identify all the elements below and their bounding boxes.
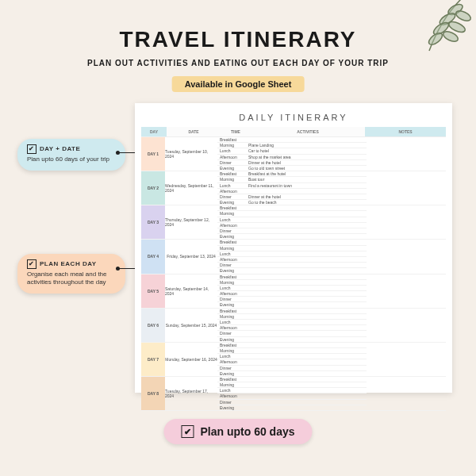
table-row: DAY 8Tuesday, September 17, 2024Breakfas… bbox=[141, 377, 446, 411]
check-icon: ✔ bbox=[27, 259, 36, 269]
activity-cells bbox=[246, 377, 367, 411]
time-cells: BreakfastMorningLunchAfternoonDinnerEven… bbox=[217, 274, 246, 309]
notes-cell bbox=[367, 343, 446, 377]
svg-point-4 bbox=[455, 9, 472, 23]
callout-plan-each-day: ✔PLAN EACH DAY Organise each meal and th… bbox=[17, 254, 125, 294]
sheet-title: DAILY ITINERARY bbox=[141, 109, 446, 127]
activity-cells bbox=[246, 240, 367, 274]
callout-heading: PLAN EACH DAY bbox=[40, 260, 97, 268]
page-subtitle: PLAN OUT ACTIVITIES AND EATING OUT EACH … bbox=[0, 59, 476, 67]
date-cell: Friday, September 13, 2024 bbox=[165, 240, 217, 274]
day-cell: DAY 2 bbox=[141, 171, 165, 205]
day-cell: DAY 4 bbox=[141, 240, 165, 274]
activity-cells: Plane LandingCar to hotelShop at the mar… bbox=[246, 137, 367, 171]
check-icon: ✔ bbox=[181, 425, 194, 438]
plan-60-days-pill: ✔ Plan upto 60 days bbox=[163, 419, 312, 444]
page-title: TRAVEL ITINERARY bbox=[0, 27, 476, 52]
callout-day-date: ✔DAY + DATE Plan upto 60 days of your tr… bbox=[17, 139, 125, 171]
col-day: DAY bbox=[141, 127, 167, 137]
date-cell: Wednesday, September 11, 2024 bbox=[165, 171, 217, 205]
callout-text: Plan upto 60 days of your trip bbox=[27, 155, 116, 163]
date-cell: Saturday, September 14, 2024 bbox=[165, 274, 217, 309]
date-cell: Thursday, September 12, 2024 bbox=[165, 205, 217, 240]
day-cell: DAY 6 bbox=[141, 309, 165, 343]
notes-cell bbox=[367, 240, 446, 274]
leader-dot bbox=[116, 151, 120, 155]
time-cells: BreakfastMorningLunchAfternoonDinnerEven… bbox=[217, 240, 246, 274]
time-cells: BreakfastMorningLunchAfternoonDinnerEven… bbox=[217, 171, 246, 205]
table-row: DAY 6Sunday, September 15, 2024Breakfast… bbox=[141, 309, 446, 343]
activity-cells bbox=[246, 205, 367, 240]
col-date: DATE bbox=[167, 127, 221, 137]
notes-cell bbox=[367, 274, 446, 309]
table-row: DAY 2Wednesday, September 11, 2024Breakf… bbox=[141, 171, 446, 205]
date-cell: Sunday, September 15, 2024 bbox=[165, 309, 217, 343]
day-cell: DAY 8 bbox=[141, 377, 165, 411]
date-cell: Tuesday, September 10, 2024 bbox=[165, 137, 217, 171]
day-cell: DAY 3 bbox=[141, 205, 165, 240]
table-row: DAY 4Friday, September 13, 2024Breakfast… bbox=[141, 240, 446, 274]
table-row: DAY 7Monday, September 16, 2024Breakfast… bbox=[141, 343, 446, 377]
notes-cell bbox=[367, 205, 446, 240]
callout-text: Organise each meal and the activities th… bbox=[27, 271, 116, 286]
activity-cells bbox=[246, 309, 367, 343]
table-row: DAY 1Tuesday, September 10, 2024Breakfas… bbox=[141, 137, 446, 171]
notes-cell bbox=[367, 171, 446, 205]
day-cell: DAY 5 bbox=[141, 274, 165, 309]
leader-dot bbox=[116, 267, 120, 271]
activity-cells bbox=[246, 343, 367, 377]
time-cells: BreakfastMorningLunchAfternoonDinnerEven… bbox=[217, 137, 246, 171]
notes-cell bbox=[367, 137, 446, 171]
table-row: DAY 3Thursday, September 12, 2024Breakfa… bbox=[141, 205, 446, 240]
google-sheet-badge: Available in Google Sheet bbox=[172, 76, 305, 92]
table-header: DAY DATE TIME ACTIVITIES NOTES bbox=[141, 127, 446, 137]
check-icon: ✔ bbox=[27, 144, 36, 154]
table-row: DAY 5Saturday, September 14, 2024Breakfa… bbox=[141, 274, 446, 309]
col-notes: NOTES bbox=[365, 127, 446, 137]
pill-label: Plan upto 60 days bbox=[200, 425, 294, 438]
date-cell: Monday, September 16, 2024 bbox=[165, 343, 217, 377]
callout-heading: DAY + DATE bbox=[40, 145, 80, 153]
col-time: TIME bbox=[221, 127, 251, 137]
spreadsheet-preview: DAILY ITINERARY DAY DATE TIME ACTIVITIES… bbox=[135, 103, 452, 393]
time-cells: BreakfastMorningLunchAfternoonDinnerEven… bbox=[217, 343, 246, 377]
time-cells: BreakfastMorningLunchAfternoonDinnerEven… bbox=[217, 205, 246, 240]
activity-cells: Breakfast at the hotelBoat tourFind a re… bbox=[246, 171, 367, 205]
activity-cells bbox=[246, 274, 367, 309]
notes-cell bbox=[367, 309, 446, 343]
time-cells: BreakfastMorningLunchAfternoonDinnerEven… bbox=[217, 377, 246, 411]
col-activities: ACTIVITIES bbox=[251, 127, 365, 137]
date-cell: Tuesday, September 17, 2024 bbox=[165, 377, 217, 411]
time-cells: BreakfastMorningLunchAfternoonDinnerEven… bbox=[217, 309, 246, 343]
day-cell: DAY 7 bbox=[141, 343, 165, 377]
notes-cell bbox=[367, 377, 446, 411]
day-cell: DAY 1 bbox=[141, 137, 165, 171]
